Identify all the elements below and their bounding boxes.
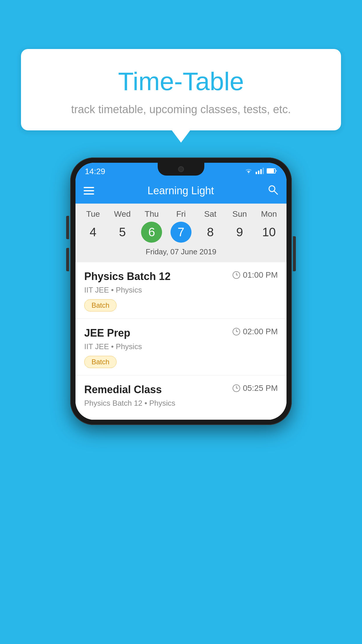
schedule-item-header: Remedial Class05:25 PM xyxy=(84,384,278,396)
batch-tag: Batch xyxy=(84,299,117,312)
schedule-title: Remedial Class xyxy=(84,384,162,396)
svg-rect-2 xyxy=(260,169,262,174)
camera xyxy=(178,166,184,172)
app-title: Learning Light xyxy=(101,185,260,197)
phone-mockup: 14:29 xyxy=(70,158,292,425)
svg-rect-5 xyxy=(267,169,274,173)
side-button-left xyxy=(66,216,69,239)
calendar-day[interactable]: Thu6 xyxy=(137,209,166,243)
search-icon[interactable] xyxy=(267,184,278,198)
bubble-subtitle: track timetable, upcoming classes, tests… xyxy=(33,103,329,116)
status-icons xyxy=(245,168,277,175)
schedule-time: 02:00 PM xyxy=(232,327,278,336)
schedule-title: JEE Prep xyxy=(84,327,130,339)
phone-outer: 14:29 xyxy=(70,158,292,425)
calendar-day[interactable]: Sun9 xyxy=(225,209,254,243)
time-text: 05:25 PM xyxy=(243,384,278,393)
selected-date-label: Friday, 07 June 2019 xyxy=(75,243,287,262)
schedule-meta: Physics Batch 12 • Physics xyxy=(84,399,278,408)
notch xyxy=(158,163,204,176)
battery-icon xyxy=(267,168,277,175)
calendar-day[interactable]: Fri7 xyxy=(166,209,196,243)
wifi-icon xyxy=(245,168,253,175)
day-name: Wed xyxy=(108,209,137,219)
schedule-item-header: JEE Prep02:00 PM xyxy=(84,327,278,339)
day-number[interactable]: 7 xyxy=(171,222,191,243)
calendar-day[interactable]: Tue4 xyxy=(78,209,108,243)
app-bar: Learning Light xyxy=(75,178,287,204)
days-row: Tue4Wed5Thu6Fri7Sat8Sun9Mon10 xyxy=(75,209,287,243)
schedule-time: 05:25 PM xyxy=(232,384,278,393)
clock-icon xyxy=(232,328,240,336)
signal-icon xyxy=(256,168,264,175)
clock-icon xyxy=(232,384,240,392)
phone-screen: 14:29 xyxy=(75,163,287,420)
day-number[interactable]: 4 xyxy=(82,222,103,243)
day-name: Mon xyxy=(254,209,284,219)
side-button-left2 xyxy=(66,248,69,271)
time-text: 01:00 PM xyxy=(243,270,278,280)
svg-rect-1 xyxy=(258,171,259,174)
day-number[interactable]: 6 xyxy=(141,222,162,243)
schedule-meta: IIT JEE • Physics xyxy=(84,286,278,295)
schedule-time: 01:00 PM xyxy=(232,270,278,280)
schedule-item-header: Physics Batch 1201:00 PM xyxy=(84,270,278,283)
speech-bubble: Time-Table track timetable, upcoming cla… xyxy=(21,49,341,130)
svg-line-7 xyxy=(274,191,277,194)
hamburger-menu-icon[interactable] xyxy=(84,187,94,195)
bubble-title: Time-Table xyxy=(33,66,329,96)
calendar-day[interactable]: Wed5 xyxy=(108,209,137,243)
schedule-item[interactable]: JEE Prep02:00 PMIIT JEE • PhysicsBatch xyxy=(75,319,287,375)
day-number[interactable]: 9 xyxy=(229,222,250,243)
schedule-list: Physics Batch 1201:00 PMIIT JEE • Physic… xyxy=(75,262,287,420)
day-name: Thu xyxy=(137,209,166,219)
day-number[interactable]: 8 xyxy=(200,222,221,243)
day-number[interactable]: 10 xyxy=(259,222,280,243)
day-name: Tue xyxy=(78,209,108,219)
day-name: Sat xyxy=(196,209,225,219)
schedule-meta: IIT JEE • Physics xyxy=(84,342,278,351)
calendar-day[interactable]: Sat8 xyxy=(196,209,225,243)
svg-rect-0 xyxy=(256,172,257,174)
calendar-header: Tue4Wed5Thu6Fri7Sat8Sun9Mon10 Friday, 07… xyxy=(75,204,287,262)
svg-rect-3 xyxy=(263,168,264,174)
clock-icon xyxy=(232,271,240,279)
schedule-title: Physics Batch 12 xyxy=(84,270,171,283)
day-number[interactable]: 5 xyxy=(112,222,133,243)
schedule-item[interactable]: Physics Batch 1201:00 PMIIT JEE • Physic… xyxy=(75,262,287,319)
batch-tag: Batch xyxy=(84,356,117,368)
calendar-day[interactable]: Mon10 xyxy=(254,209,284,243)
status-time: 14:29 xyxy=(85,167,105,176)
day-name: Fri xyxy=(166,209,196,219)
side-button-right xyxy=(293,236,296,271)
schedule-item[interactable]: Remedial Class05:25 PMPhysics Batch 12 •… xyxy=(75,375,287,420)
time-text: 02:00 PM xyxy=(243,327,278,336)
day-name: Sun xyxy=(225,209,254,219)
